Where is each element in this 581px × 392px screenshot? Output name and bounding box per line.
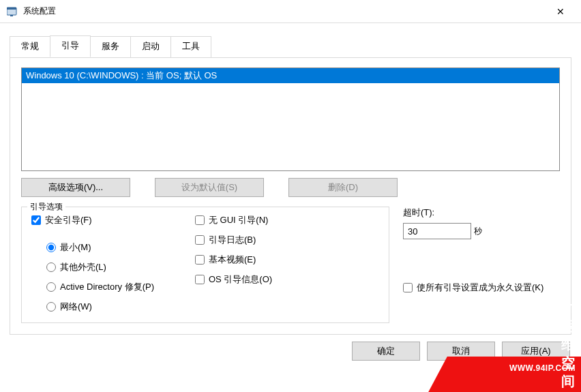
window-title: 系统配置 (23, 5, 546, 17)
timeout-unit: 秒 (474, 226, 482, 237)
minimal-radio[interactable] (46, 243, 56, 252)
advanced-options-button[interactable]: 高级选项(V)... (21, 178, 130, 197)
altshell-radio[interactable] (46, 262, 56, 272)
tabpanel-boot: Windows 10 (C:\WINDOWS) : 当前 OS; 默认 OS 高… (10, 57, 571, 335)
tab-tools[interactable]: 工具 (170, 36, 211, 58)
altshell-row[interactable]: 其他外壳(L) (46, 261, 154, 273)
minimal-label: 最小(M) (60, 241, 91, 254)
network-radio[interactable] (46, 302, 56, 312)
osbootinfo-label: OS 引导信息(O) (209, 273, 272, 286)
network-label: 网络(W) (60, 301, 92, 313)
nogui-checkbox[interactable] (195, 215, 205, 225)
set-default-button: 设为默认值(S) (155, 178, 264, 197)
adrepair-row[interactable]: Active Directory 修复(P) (46, 281, 154, 293)
altshell-label: 其他外壳(L) (60, 261, 106, 273)
safeboot-checkbox[interactable] (31, 215, 41, 225)
basevideo-label: 基本视频(E) (209, 254, 256, 266)
close-icon: ✕ (556, 6, 565, 17)
bootlog-label: 引导日志(B) (209, 234, 256, 246)
adrepair-radio[interactable] (46, 282, 56, 292)
tab-startup[interactable]: 启动 (130, 36, 171, 58)
network-row[interactable]: 网络(W) (46, 301, 154, 313)
nogui-label: 无 GUI 引导(N) (209, 214, 268, 226)
apply-button[interactable]: 应用(A) (502, 342, 570, 361)
osbootinfo-row[interactable]: OS 引导信息(O) (195, 273, 272, 286)
basevideo-checkbox[interactable] (195, 255, 205, 265)
permanent-checkbox[interactable] (403, 283, 413, 292)
svg-rect-2 (10, 15, 13, 16)
boot-os-list[interactable]: Windows 10 (C:\WINDOWS) : 当前 OS; 默认 OS (21, 67, 560, 171)
tabstrip: 常规 引导 服务 启动 工具 (10, 35, 571, 57)
boot-options-legend: 引导选项 (27, 201, 65, 213)
timeout-label: 超时(T): (403, 207, 560, 219)
safeboot-row[interactable]: 安全引导(F) (31, 214, 154, 226)
timeout-input[interactable] (403, 223, 471, 239)
tab-services[interactable]: 服务 (90, 36, 131, 58)
delete-button: 删除(D) (288, 178, 398, 197)
basevideo-row[interactable]: 基本视频(E) (195, 254, 272, 266)
boot-options-group: 引导选项 安全引导(F) 最小(M) (21, 207, 389, 323)
boot-os-item[interactable]: Windows 10 (C:\WINDOWS) : 当前 OS; 默认 OS (22, 68, 559, 83)
bootlog-checkbox[interactable] (195, 235, 205, 245)
titlebar: 系统配置 ✕ (0, 0, 581, 23)
adrepair-label: Active Directory 修复(P) (60, 281, 154, 293)
ok-button[interactable]: 确定 (352, 342, 420, 361)
tab-general[interactable]: 常规 (10, 36, 50, 58)
close-button[interactable]: ✕ (546, 1, 576, 22)
nogui-row[interactable]: 无 GUI 引导(N) (195, 214, 272, 226)
osbootinfo-checkbox[interactable] (195, 275, 205, 284)
tab-boot[interactable]: 引导 (50, 35, 91, 57)
safeboot-label: 安全引导(F) (45, 214, 92, 226)
cancel-button[interactable]: 取消 (427, 342, 495, 361)
permanent-label: 使所有引导设置成为永久设置(K) (417, 282, 543, 294)
app-icon (7, 6, 18, 17)
permanent-row[interactable]: 使所有引导设置成为永久设置(K) (403, 282, 560, 294)
minimal-row[interactable]: 最小(M) (46, 241, 154, 254)
bootlog-row[interactable]: 引导日志(B) (195, 234, 272, 246)
svg-rect-1 (7, 7, 16, 10)
